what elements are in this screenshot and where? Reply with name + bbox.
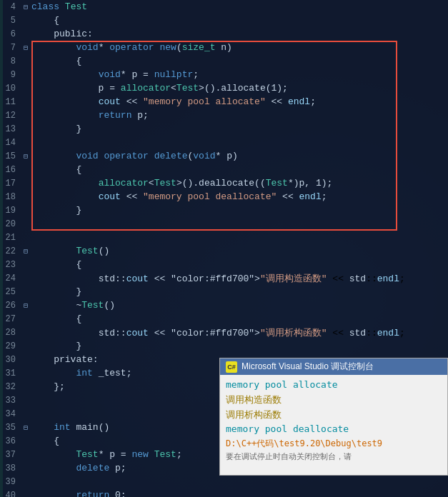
code-line: 10 p = allocator<Test>().allocate(1);	[0, 81, 448, 95]
line-number: 25	[0, 287, 20, 297]
debug-title-bar: C# Microsoft Visual Studio 调试控制台	[220, 358, 447, 375]
code-text: std::cout << "color:#ffd700">"调用构造函数" <<…	[31, 272, 405, 285]
editor-area: 4⊟class Test5 {6 public:7⊟ void* operato…	[0, 0, 448, 497]
line-number: 10	[0, 84, 20, 94]
code-line: 27 {	[0, 312, 448, 326]
code-text: {	[31, 259, 81, 270]
code-line: 5 {	[0, 14, 448, 27]
line-number: 21	[0, 233, 20, 243]
code-text: }	[31, 286, 81, 297]
line-number: 7	[0, 43, 20, 53]
code-text: Test()	[31, 246, 109, 256]
code-line: 13 }	[0, 122, 448, 136]
fold-indicator[interactable]: ⊟	[20, 423, 31, 432]
code-text: Test* p = new Test;	[31, 449, 182, 460]
code-text: void* operator new(size_t n)	[31, 42, 232, 53]
debug-console[interactable]: C# Microsoft Visual Studio 调试控制台 memory …	[219, 358, 448, 476]
code-line: 28 std::cout << "color:#ffd700">"调用析构函数"…	[0, 326, 448, 339]
line-number: 6	[0, 29, 20, 39]
code-text: int main()	[31, 422, 109, 433]
line-number: 30	[0, 355, 20, 365]
code-line: 39	[0, 475, 448, 488]
code-line: 12 return p;	[0, 109, 448, 122]
code-line: 6 public:	[0, 27, 448, 41]
code-line: 4⊟class Test	[0, 0, 448, 14]
code-line: 9 void* p = nullptr;	[0, 68, 448, 81]
line-number: 18	[0, 192, 20, 202]
code-text: cout << "memory pool allocate" << endl;	[31, 96, 316, 107]
code-text: int _test;	[31, 368, 131, 378]
line-number: 17	[0, 179, 20, 189]
code-text: {	[31, 313, 81, 324]
fold-indicator[interactable]: ⊟	[20, 44, 31, 52]
debug-line: D:\C++代码\test9.20\Debug\test9	[226, 437, 442, 451]
line-number: 31	[0, 368, 20, 378]
line-number: 35	[0, 423, 20, 433]
code-text: private:	[31, 354, 99, 365]
code-line: 19 }	[0, 204, 448, 217]
debug-line: 要在调试停止时自动关闭控制台，请	[226, 451, 442, 463]
code-line: 25 }	[0, 285, 448, 298]
line-number: 32	[0, 382, 20, 392]
line-number: 24	[0, 273, 20, 283]
code-text: p = allocator<Test>().allocate(1);	[31, 83, 288, 94]
line-number: 12	[0, 111, 20, 121]
code-line: 11 cout << "memory pool allocate" << end…	[0, 95, 448, 109]
line-number: 9	[0, 70, 20, 80]
code-text: {	[31, 436, 59, 446]
code-text: void operator delete(void* p)	[31, 151, 238, 161]
code-line: 17 allocator<Test>().deallocate((Test*)p…	[0, 176, 448, 190]
line-number: 23	[0, 260, 20, 270]
code-text: return p;	[31, 110, 149, 121]
code-text: {	[31, 15, 59, 26]
fold-indicator[interactable]: ⊟	[20, 301, 31, 310]
line-number: 20	[0, 219, 20, 229]
code-text: allocator<Test>().deallocate((Test*)p, 1…	[31, 178, 332, 189]
line-number: 4	[0, 2, 20, 12]
code-text: {	[31, 56, 81, 66]
line-number: 16	[0, 165, 20, 175]
code-line: 23 {	[0, 258, 448, 271]
line-number: 13	[0, 124, 20, 134]
code-line: 18 cout << "memory pool deallocate" << e…	[0, 190, 448, 204]
code-text: };	[31, 381, 65, 392]
code-line: 29 }	[0, 339, 448, 353]
line-number: 39	[0, 477, 20, 487]
line-number: 33	[0, 396, 20, 406]
code-text: }	[31, 124, 81, 134]
code-text: ~Test()	[31, 300, 115, 311]
code-text: }	[31, 205, 81, 216]
code-line: 21	[0, 231, 448, 244]
code-text: cout << "memory pool deallocate" << endl…	[31, 191, 327, 202]
debug-title: Microsoft Visual Studio 调试控制台	[242, 361, 374, 373]
fold-indicator[interactable]: ⊟	[20, 247, 31, 256]
debug-line: 调用构造函数	[226, 393, 442, 408]
line-number: 36	[0, 436, 20, 446]
code-line: 8 {	[0, 54, 448, 68]
line-number: 15	[0, 151, 20, 161]
code-text: {	[31, 164, 81, 175]
code-line: 16 {	[0, 163, 448, 176]
line-number: 40	[0, 491, 20, 498]
debug-output: memory pool allocate调用构造函数调用析构函数memory p…	[220, 375, 447, 466]
code-line: 24 std::cout << "color:#ffd700">"调用构造函数"…	[0, 271, 448, 285]
line-number: 37	[0, 450, 20, 460]
debug-line: memory pool allocate	[226, 378, 442, 393]
fold-indicator[interactable]: ⊟	[20, 152, 31, 161]
code-text: }	[31, 341, 81, 351]
fold-indicator[interactable]: ⊟	[20, 3, 31, 11]
line-number: 11	[0, 97, 20, 107]
line-number: 5	[0, 16, 20, 26]
line-number: 34	[0, 409, 20, 419]
line-number: 14	[0, 138, 20, 148]
line-number: 27	[0, 314, 20, 324]
vs-icon: C#	[226, 361, 237, 373]
code-line: 15⊟ void operator delete(void* p)	[0, 149, 448, 163]
debug-line: 调用析构函数	[226, 408, 442, 423]
code-text: public:	[31, 29, 93, 39]
line-number: 29	[0, 341, 20, 351]
line-number: 8	[0, 56, 20, 66]
code-text: return 0;	[31, 490, 126, 497]
code-text: class Test	[31, 1, 87, 12]
code-text: delete p;	[31, 463, 126, 473]
